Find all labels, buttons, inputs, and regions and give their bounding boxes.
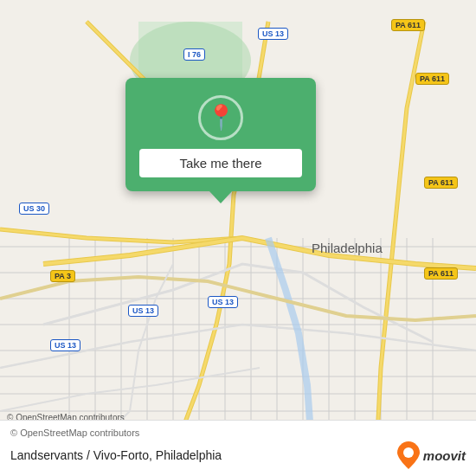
hw-badge-pa611-3: PA 611 <box>424 173 458 189</box>
moovit-logo: moovit <box>397 441 466 469</box>
take-me-there-button[interactable]: Take me there <box>139 149 302 177</box>
city-label: Philadelphia <box>312 241 383 255</box>
hw-badge-us13-top: US 13 <box>258 24 288 40</box>
bottom-bar: © OpenStreetMap contributors Landservant… <box>0 420 476 476</box>
map-container: Philadelphia I 76 US 13 US 30 PA 611 PA … <box>0 0 476 476</box>
hw-badge-us13-bot2: US 13 <box>208 293 238 308</box>
hw-badge-us30: US 30 <box>19 199 49 215</box>
location-name: Landservants / Vivo-Forto, Philadelphia <box>10 448 222 462</box>
osm-credit-bottom: © OpenStreetMap contributors <box>10 428 466 438</box>
location-pin-icon: 📍 <box>206 106 236 130</box>
roads-layer <box>0 0 476 476</box>
hw-badge-pa611-4: PA 611 <box>424 264 458 280</box>
hw-badge-i76: I 76 <box>183 45 205 61</box>
moovit-pin-icon <box>397 441 420 469</box>
hw-badge-us13-mid: US 13 <box>128 301 158 317</box>
location-popup: 📍 Take me there <box>125 78 316 191</box>
hw-badge-us13-bot1: US 13 <box>50 336 80 351</box>
location-icon-circle: 📍 <box>198 95 243 140</box>
moovit-brand-name: moovit <box>423 448 466 463</box>
hw-badge-pa3: PA 3 <box>50 267 75 282</box>
hw-badge-pa611-1: PA 611 <box>391 16 425 31</box>
hw-badge-pa611-2: PA 611 <box>415 69 449 85</box>
svg-point-26 <box>403 447 414 458</box>
